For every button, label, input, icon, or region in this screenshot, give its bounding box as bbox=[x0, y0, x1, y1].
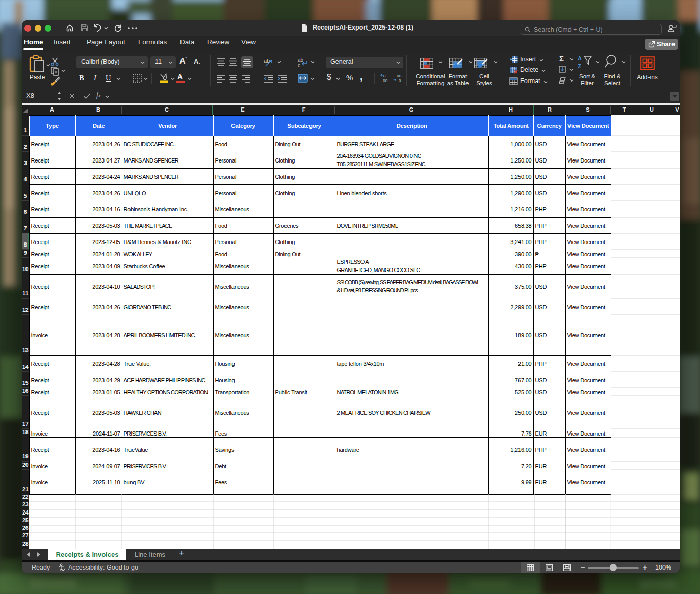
svg-text:0: 0 bbox=[399, 78, 401, 83]
svg-text:A: A bbox=[578, 55, 582, 61]
svg-text:0: 0 bbox=[383, 74, 386, 78]
svg-text:ab: ab bbox=[298, 57, 304, 63]
svg-text:c: c bbox=[298, 63, 300, 68]
svg-text:Z: Z bbox=[578, 63, 581, 69]
svg-text:.00: .00 bbox=[382, 78, 388, 83]
svg-text:.00: .00 bbox=[396, 74, 402, 78]
